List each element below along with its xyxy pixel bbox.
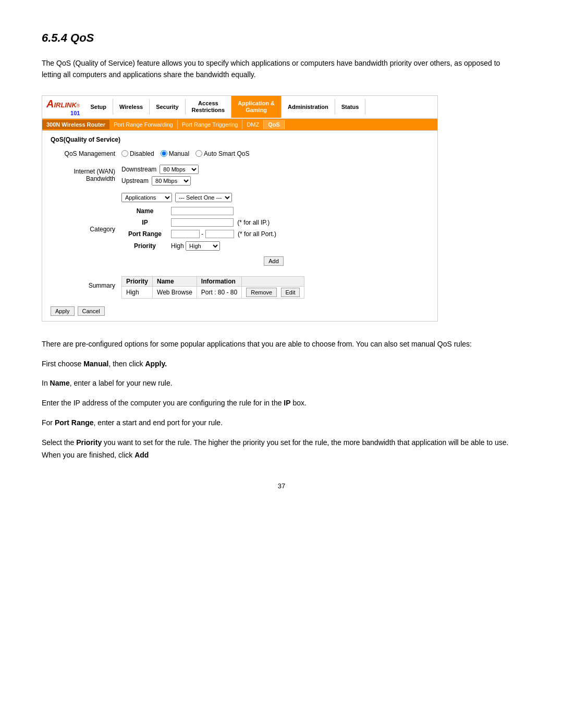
port-range-label: Port Range — [121, 228, 168, 240]
nav-access-restrictions[interactable]: AccessRestrictions — [186, 96, 232, 118]
downstream-select[interactable]: 80 Mbps 100 Mbps — [160, 165, 199, 174]
radio-manual-label: Manual — [169, 150, 189, 157]
subnav-qos[interactable]: QoS — [264, 120, 285, 129]
apply-button[interactable]: Apply — [51, 306, 75, 316]
nav-status[interactable]: Status — [335, 99, 366, 115]
body-priority-bold: Priority — [76, 438, 102, 447]
qos-management-label: QoS Management — [51, 149, 118, 159]
priority-select[interactable]: High Medium Low — [186, 241, 220, 251]
radio-auto-smart-input[interactable] — [195, 150, 202, 157]
ip-hint: (* for all IP.) — [237, 219, 270, 226]
upstream-label: Upstream — [121, 177, 149, 184]
logo-a: A — [46, 98, 54, 110]
body-text-2: First choose Manual, then click Apply. — [42, 358, 521, 371]
body-ip-bold: IP — [284, 399, 290, 407]
name-label: Name — [121, 205, 168, 217]
radio-manual[interactable]: Manual — [161, 150, 189, 157]
category-label: Category — [51, 191, 118, 267]
summary-info-cell: Port : 80 - 80 — [197, 286, 241, 298]
page-number: 37 — [42, 482, 521, 490]
summary-table: Priority Name Information High Web Brows… — [121, 276, 304, 299]
body-text-1: There are pre-configured options for som… — [42, 338, 521, 351]
priority-select-cell: High High Medium Low — [168, 240, 279, 252]
summary-col-info: Information — [197, 276, 241, 286]
remove-button[interactable]: Remove — [246, 288, 277, 297]
summary-priority-cell: High — [122, 286, 153, 298]
radio-disabled-input[interactable] — [121, 150, 128, 157]
bandwidth-controls: Downstream 80 Mbps 100 Mbps Upstream 80 … — [118, 163, 429, 187]
subnav-dmz[interactable]: DMZ — [242, 120, 264, 129]
form-table: QoS Management Disabled Manual — [51, 149, 429, 300]
section-title: QoS(Quality of Service) — [51, 136, 429, 143]
router-model-label: 300N Wireless Router — [42, 120, 109, 129]
summary-row: High Web Browse Port : 80 - 80 Remove Ed… — [122, 286, 304, 298]
body-text-5: For Port Range, enter a start and end po… — [42, 417, 521, 429]
ip-label: IP — [121, 217, 168, 228]
ip-input-cell: (* for all IP.) — [168, 217, 279, 228]
summary-actions-cell: Remove Edit — [242, 286, 304, 298]
internet-wan-label: Internet (WAN) Bandwidth — [51, 163, 118, 187]
subnav-port-range-triggering[interactable]: Port Range Triggering — [178, 120, 243, 129]
body-text-4: Enter the IP address of the computer you… — [42, 397, 521, 410]
content-area: QoS(Quality of Service) QoS Management D… — [42, 131, 437, 321]
summary-col-name: Name — [153, 276, 197, 286]
name-input[interactable] — [171, 207, 234, 215]
summary-col-priority: Priority — [122, 276, 153, 286]
nav-setup[interactable]: Setup — [84, 99, 113, 115]
port-hint: (* for all Port.) — [238, 230, 276, 238]
cancel-button[interactable]: Cancel — [78, 306, 105, 316]
summary-col-actions — [242, 276, 304, 286]
summary-name-cell: Web Browse — [153, 286, 197, 298]
nav-administration[interactable]: Administration — [282, 99, 335, 115]
port-separator: - — [201, 230, 205, 238]
sub-nav: 300N Wireless Router Port Range Forwardi… — [42, 119, 437, 131]
qos-management-radios: Disabled Manual Auto Smart QoS — [118, 149, 429, 159]
name-input-cell — [168, 205, 279, 217]
nav-application-gaming[interactable]: Application &Gaming — [231, 96, 282, 118]
page-title: 6.5.4 QoS — [42, 31, 521, 45]
radio-manual-input[interactable] — [161, 150, 167, 157]
top-nav: A IRLINK ® 101 Setup Wireless Security A… — [42, 96, 437, 119]
radio-auto-smart[interactable]: Auto Smart QoS — [195, 150, 249, 157]
body-manual-bold: Manual — [83, 360, 108, 368]
body-text-3: In Name, enter a label for your new rule… — [42, 377, 521, 390]
intro-paragraph: The QoS (Quality of Service) feature all… — [42, 57, 521, 81]
port-end-input[interactable] — [205, 230, 234, 238]
bottom-buttons: Apply Cancel — [51, 306, 429, 316]
body-apply-bold: Apply. — [145, 360, 167, 368]
logo-registered: ® — [77, 103, 80, 108]
ip-input[interactable] — [171, 218, 234, 227]
priority-value-display: High — [171, 242, 184, 250]
summary-label: Summary — [51, 272, 118, 300]
logo-101: 101 — [46, 110, 80, 116]
inner-form-table: Name IP (* for all IP.) — [121, 205, 279, 252]
router-ui-box: A IRLINK ® 101 Setup Wireless Security A… — [42, 95, 438, 322]
logo-irlink: IRLINK — [54, 101, 76, 109]
nav-security[interactable]: Security — [150, 99, 185, 115]
downstream-label: Downstream — [121, 166, 156, 173]
radio-disabled[interactable]: Disabled — [121, 150, 154, 157]
body-name-bold: Name — [50, 379, 70, 387]
port-start-input[interactable] — [171, 230, 200, 238]
radio-auto-smart-label: Auto Smart QoS — [204, 150, 249, 157]
add-button[interactable]: Add — [264, 256, 284, 266]
select-one-dropdown[interactable]: --- Select One --- — [175, 193, 232, 202]
category-content: Applications Online Games --- Select One… — [118, 191, 429, 267]
subnav-port-range-forwarding[interactable]: Port Range Forwarding — [109, 120, 178, 129]
port-range-inputs: - (* for all Port.) — [168, 228, 279, 240]
body-text-6: Select the Priority you want to set for … — [42, 437, 521, 462]
priority-label: Priority — [121, 240, 168, 252]
edit-button[interactable]: Edit — [281, 288, 300, 297]
upstream-select[interactable]: 80 Mbps 100 Mbps — [152, 176, 191, 186]
nav-items: Setup Wireless Security AccessRestrictio… — [84, 96, 437, 118]
radio-disabled-label: Disabled — [130, 150, 154, 157]
summary-content: Priority Name Information High Web Brows… — [118, 272, 429, 300]
body-portrange-bold: Port Range — [55, 418, 94, 427]
body-add-bold: Add — [134, 451, 149, 459]
sub-nav-items: Port Range Forwarding Port Range Trigger… — [109, 120, 285, 129]
router-logo: A IRLINK ® 101 — [42, 96, 84, 118]
category-select[interactable]: Applications Online Games — [121, 193, 172, 202]
nav-wireless[interactable]: Wireless — [113, 99, 150, 115]
